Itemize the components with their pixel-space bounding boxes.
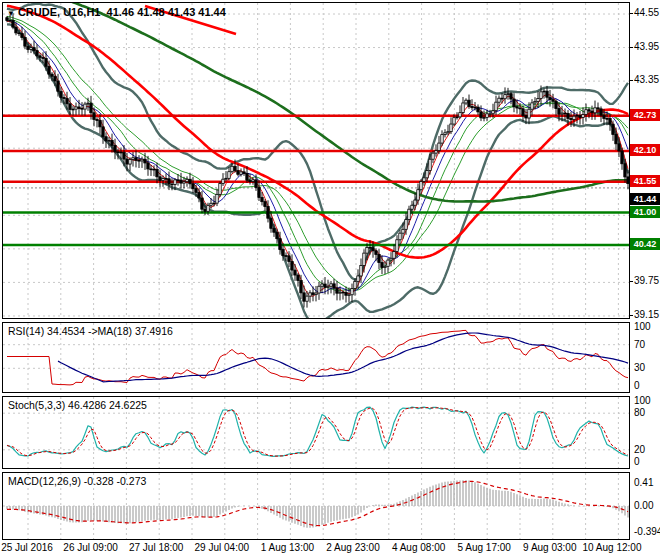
rsi-axis-label: 30 (634, 362, 645, 373)
rsi-axis-label: 0 (634, 380, 640, 391)
macd-axis-label: -0.394 (634, 526, 660, 537)
main-price-chart[interactable]: ▼CRUDE, U16,H1 41.46 41.48 41.43 41.44 (2, 2, 630, 319)
price-level-badge: 41.55 (630, 175, 660, 187)
time-axis-label: 4 Aug 08:00 (392, 542, 445, 553)
price-chart-canvas[interactable] (3, 3, 629, 318)
rsi-axis-label: 70 (634, 339, 645, 350)
price-level-badge: 42.73 (630, 109, 660, 121)
price-axis-label: 39.75 (634, 275, 659, 286)
price-axis-label: 44.55 (634, 7, 659, 18)
chart-symbol-title: CRUDE, U16,H1 (18, 6, 101, 18)
price-level-badge: 42.10 (630, 144, 660, 156)
macd-indicator-label: MACD(12,26,9) -0.328 -0.273 (8, 475, 146, 487)
price-axis-label: 43.35 (634, 74, 659, 85)
chart-title-row: ▼CRUDE, U16,H1 41.46 41.48 41.43 41.44 (7, 6, 226, 18)
chart-ohlc-values: 41.46 41.48 41.43 41.44 (107, 6, 226, 18)
price-axis-label: 43.95 (634, 41, 659, 52)
current-price-badge: 41.44 (630, 193, 660, 205)
time-axis-label: 27 Jul 18:00 (129, 542, 184, 553)
stoch-axis-label: 80 (634, 407, 645, 418)
trading-chart-window: ▼CRUDE, U16,H1 41.46 41.48 41.43 41.44 R… (0, 0, 660, 560)
macd-indicator-panel[interactable]: MACD(12,26,9) -0.328 -0.273 (2, 472, 630, 540)
rsi-indicator-panel[interactable]: RSI(14) 34.4534 ->MA(18) 37.4916 (2, 322, 630, 393)
price-level-badge: 40.42 (630, 238, 660, 250)
time-axis-label: 25 Jul 2016 (1, 542, 53, 553)
macd-axis-label: 0.41 (634, 477, 653, 488)
stoch-axis-label: 0 (634, 456, 640, 467)
symbol-dropdown-icon[interactable]: ▼ (7, 9, 15, 18)
stochastic-indicator-panel[interactable]: Stoch(5,3,3) 46.4286 24.6225 (2, 396, 630, 469)
stoch-axis-label: 100 (634, 395, 651, 406)
rsi-axis-label: 100 (634, 321, 651, 332)
time-axis-label: 29 Jul 04:00 (195, 542, 250, 553)
stoch-axis-label: 20 (634, 444, 645, 455)
time-axis-label: 9 Aug 03:00 (523, 542, 576, 553)
time-axis-label: 10 Aug 12:00 (583, 542, 642, 553)
time-axis-label: 5 Aug 17:00 (457, 542, 510, 553)
time-axis-label: 2 Aug 23:00 (326, 542, 379, 553)
price-axis-label: 39.15 (634, 309, 659, 320)
rsi-indicator-label: RSI(14) 34.4534 ->MA(18) 37.4916 (8, 325, 173, 337)
time-axis-label: 26 Jul 09:00 (63, 542, 118, 553)
price-level-badge: 41.00 (630, 206, 660, 218)
time-axis-label: 1 Aug 13:00 (261, 542, 314, 553)
macd-axis-label: 0.00 (634, 500, 653, 511)
stochastic-indicator-label: Stoch(5,3,3) 46.4286 24.6225 (8, 399, 147, 411)
